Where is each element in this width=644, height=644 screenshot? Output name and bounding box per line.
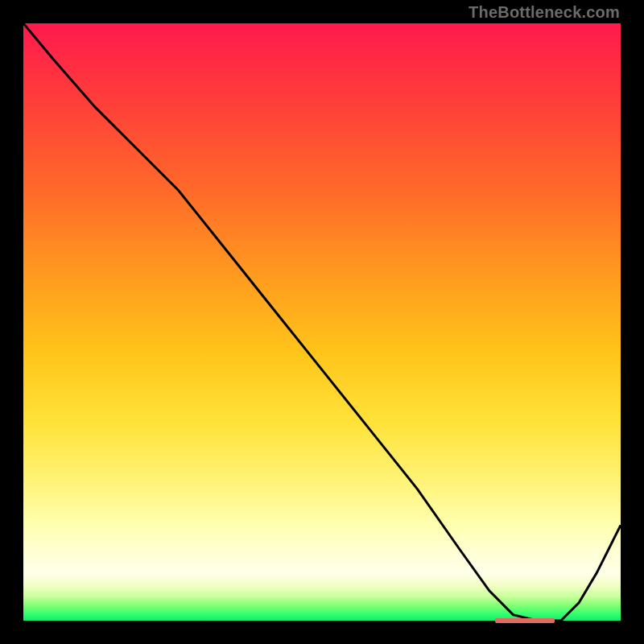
optimal-range-marker [495, 618, 555, 623]
curve-svg [23, 23, 621, 621]
watermark-label: TheBottleneck.com [469, 3, 620, 22]
plot-area [23, 23, 621, 621]
chart-frame: TheBottleneck.com [0, 0, 644, 644]
bottleneck-curve [23, 23, 621, 621]
